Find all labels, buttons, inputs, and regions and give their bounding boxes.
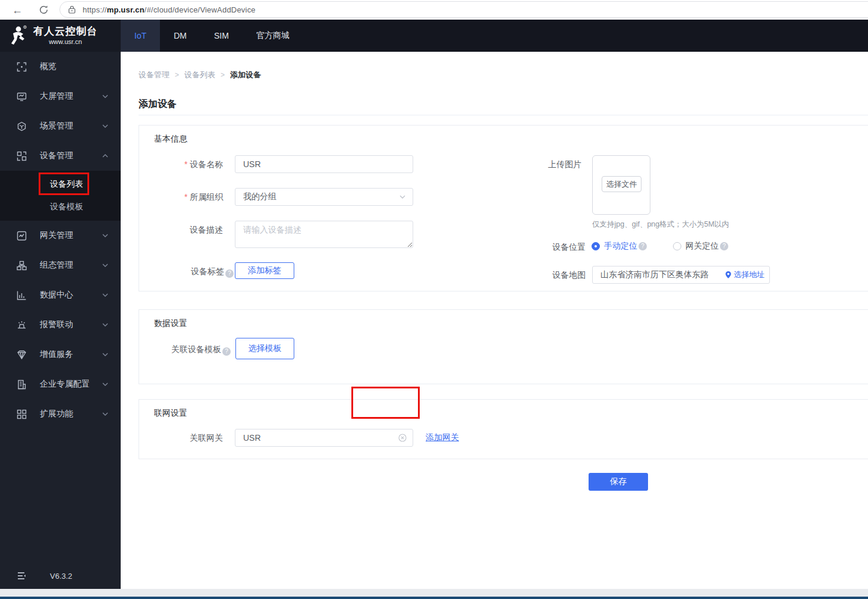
manual-locate-radio[interactable] xyxy=(592,242,600,250)
browser-address-bar[interactable]: https://mp.usr.cn/#/cloud/device/ViewAdd… xyxy=(59,1,868,18)
chevron-down-icon xyxy=(102,123,109,130)
sidebar-item-data-center[interactable]: 数据中心 xyxy=(0,280,121,310)
sidebar-item-value-added-services[interactable]: 增值服务 xyxy=(0,340,121,369)
title-divider xyxy=(139,115,868,115)
sidebar-item-gateway-mgmt[interactable]: 网关管理 xyxy=(0,221,121,250)
choose-file-button[interactable]: 选择文件 xyxy=(602,176,641,192)
breadcrumb-separator: > xyxy=(175,71,179,79)
device-location-radios: 手动定位 ? 网关定位 ? xyxy=(592,241,728,252)
help-icon[interactable]: ? xyxy=(222,347,231,356)
gateway-locate-radio[interactable] xyxy=(673,242,681,250)
browser-back-button[interactable]: ← xyxy=(10,2,25,18)
page-title: 添加设备 xyxy=(139,98,177,111)
extension-icon xyxy=(17,409,27,419)
screen-icon xyxy=(17,92,27,102)
device-map-value: 山东省济南市历下区奥体东路 xyxy=(593,269,725,280)
scene-icon xyxy=(17,121,27,131)
chevron-down-icon xyxy=(399,193,406,200)
save-button[interactable]: 保存 xyxy=(589,473,648,491)
device-map-label: 设备地图 xyxy=(550,270,586,281)
sidebar-item-label: 组态管理 xyxy=(40,260,73,271)
tab-iot[interactable]: IoT xyxy=(121,20,160,52)
chevron-down-icon xyxy=(102,381,109,388)
add-tag-button[interactable]: 添加标签 xyxy=(235,262,294,279)
organization-select[interactable] xyxy=(235,188,413,206)
device-description-textarea[interactable] xyxy=(235,221,413,248)
help-icon[interactable]: ? xyxy=(720,242,728,250)
chevron-down-icon xyxy=(102,351,109,358)
sidebar: 概览 大屏管理 场景管理 设备管理 设备列表 设备模板 网关管理 组态管理 数据… xyxy=(0,52,121,589)
brand-logo-area[interactable]: R 有人云控制台 www.usr.cn xyxy=(0,20,121,52)
sidebar-item-label: 增值服务 xyxy=(40,349,73,360)
data-settings-title: 数据设置 xyxy=(154,318,187,329)
manual-locate-label[interactable]: 手动定位 xyxy=(604,241,637,252)
main-content: 设备管理 > 设备列表 > 添加设备 添加设备 基本信息 设备名称 所属组织 设… xyxy=(121,52,868,589)
sidebar-item-enterprise-config[interactable]: 企业专属配置 xyxy=(0,369,121,399)
url-text: https://mp.usr.cn/#/cloud/device/ViewAdd… xyxy=(83,5,256,14)
alarm-icon xyxy=(17,320,27,330)
horizontal-scrollbar[interactable] xyxy=(0,589,868,597)
sidebar-item-device-mgmt[interactable]: 设备管理 xyxy=(0,141,121,171)
sidebar-item-alarm-linkage[interactable]: 报警联动 xyxy=(0,310,121,340)
version-label: V6.3.2 xyxy=(50,572,73,581)
data-icon xyxy=(17,290,27,300)
tab-dm[interactable]: DM xyxy=(160,20,200,52)
sidebar-item-screen-mgmt[interactable]: 大屏管理 xyxy=(0,81,121,111)
collapse-sidebar-icon[interactable] xyxy=(18,572,27,580)
clear-input-icon[interactable] xyxy=(398,434,407,442)
sidebar-item-label: 报警联动 xyxy=(40,319,73,330)
chevron-down-icon xyxy=(102,262,109,269)
top-nav-tabs: IoT DM SIM 官方商城 xyxy=(121,20,303,52)
device-mgmt-submenu: 设备列表 设备模板 xyxy=(0,171,121,221)
taskbar-edge xyxy=(0,597,868,599)
brand-subtitle: www.usr.cn xyxy=(33,38,98,45)
gateway-input[interactable] xyxy=(235,429,413,447)
device-map-input[interactable]: 山东省济南市历下区奥体东路 选择地址 xyxy=(592,266,770,284)
sidebar-item-label: 企业专属配置 xyxy=(40,379,90,390)
sidebar-item-overview[interactable]: 概览 xyxy=(0,52,121,81)
chevron-down-icon xyxy=(102,232,109,239)
sidebar-item-label: 场景管理 xyxy=(40,121,73,131)
lock-icon xyxy=(68,5,76,14)
choose-address-link[interactable]: 选择地址 xyxy=(725,269,769,280)
sidebar-item-label: 概览 xyxy=(40,61,56,72)
sidebar-item-extensions[interactable]: 扩展功能 xyxy=(0,399,121,429)
sidebar-item-device-template[interactable]: 设备模板 xyxy=(0,196,121,218)
device-name-label: 设备名称 xyxy=(184,159,223,170)
device-name-input[interactable] xyxy=(235,155,413,173)
basic-info-title: 基本信息 xyxy=(154,134,187,145)
browser-toolbar: ← https://mp.usr.cn/#/cloud/device/ViewA… xyxy=(0,0,868,20)
scada-icon xyxy=(17,261,27,271)
sidebar-item-label: 设备管理 xyxy=(40,150,73,161)
chevron-down-icon xyxy=(102,291,109,299)
gateway-label: 关联网关 xyxy=(187,433,223,444)
brand-title: 有人云控制台 xyxy=(33,26,98,37)
chevron-down-icon xyxy=(102,321,109,328)
svg-text:R: R xyxy=(24,26,26,29)
add-gateway-link[interactable]: 添加网关 xyxy=(426,432,459,443)
breadcrumb-device-list[interactable]: 设备列表 xyxy=(184,70,215,80)
device-description-label: 设备描述 xyxy=(187,225,223,236)
help-icon[interactable]: ? xyxy=(639,242,647,250)
sidebar-item-scada-mgmt[interactable]: 组态管理 xyxy=(0,250,121,280)
map-pin-icon xyxy=(725,271,732,279)
breadcrumb-add-device: 添加设备 xyxy=(230,70,261,80)
device-icon xyxy=(17,151,27,161)
gateway-icon xyxy=(17,231,27,241)
tab-official-mall[interactable]: 官方商城 xyxy=(243,20,303,52)
sidebar-item-label: 数据中心 xyxy=(40,290,73,300)
upload-dropzone[interactable]: 选择文件 xyxy=(592,155,650,215)
device-location-label: 设备位置 xyxy=(550,242,586,253)
browser-refresh-button[interactable] xyxy=(36,2,51,18)
select-template-button[interactable]: 选择模板 xyxy=(235,338,294,359)
breadcrumb-device-mgmt[interactable]: 设备管理 xyxy=(139,70,169,80)
sidebar-item-device-list[interactable]: 设备列表 xyxy=(0,173,121,196)
breadcrumb-separator: > xyxy=(221,71,225,79)
help-icon[interactable]: ? xyxy=(225,269,234,278)
upload-image-label: 上传图片 xyxy=(546,159,581,170)
sidebar-item-scene-mgmt[interactable]: 场景管理 xyxy=(0,111,121,141)
sidebar-item-label: 大屏管理 xyxy=(40,91,73,102)
device-template-label: 关联设备模板? xyxy=(171,344,231,356)
tab-sim[interactable]: SIM xyxy=(200,20,243,52)
gateway-locate-label[interactable]: 网关定位 xyxy=(685,241,719,252)
